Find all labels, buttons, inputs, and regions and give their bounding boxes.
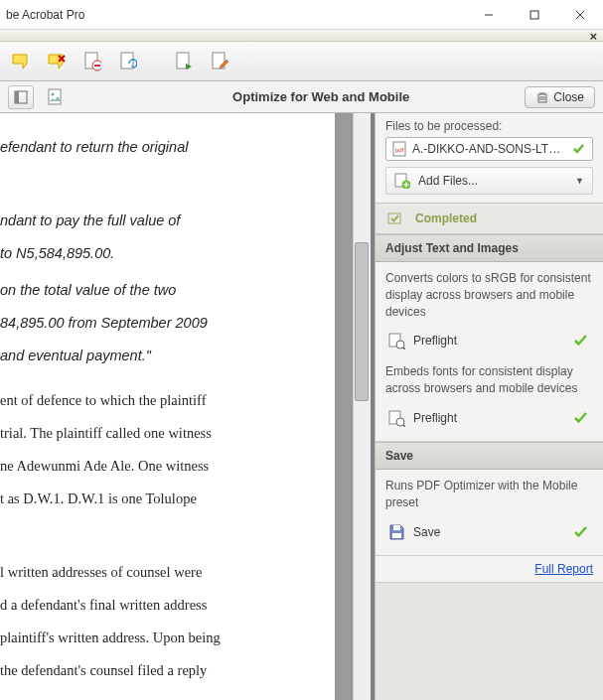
svg-rect-13 xyxy=(15,91,19,103)
save-desc: Runs PDF Optimizer with the Mobile prese… xyxy=(385,478,593,511)
completed-label: Completed xyxy=(415,211,477,225)
panel-footer xyxy=(376,582,603,700)
full-report-row: Full Report xyxy=(376,556,603,582)
preflight-label: Preflight xyxy=(413,334,457,348)
completed-icon xyxy=(387,211,405,225)
doc-line: and eventual payment." xyxy=(0,342,305,370)
close-panel-button[interactable]: Close xyxy=(525,86,595,108)
doc-line: ent of defence to which the plaintiff xyxy=(0,386,305,415)
svg-point-32 xyxy=(396,418,404,426)
doc-line: on the total value of the two xyxy=(0,276,305,305)
adjust-section-header: Adjust Text and Images xyxy=(376,234,603,262)
svg-rect-1 xyxy=(530,11,538,19)
svg-line-30 xyxy=(403,348,405,350)
add-files-icon xyxy=(394,173,410,189)
svg-rect-27 xyxy=(388,213,400,223)
workspace: efendant to return the original ndant to… xyxy=(0,113,603,700)
doc-line: ndant to pay the full value of xyxy=(0,207,305,235)
sticky-note-icon[interactable] xyxy=(8,49,34,74)
preflight-label: Preflight xyxy=(413,411,457,425)
maximize-button[interactable] xyxy=(512,0,557,30)
minimize-button[interactable] xyxy=(466,0,512,30)
doc-line: d a defendant's final written address xyxy=(0,591,305,620)
doc-line: trial. The plaintiff called one witness xyxy=(0,419,305,448)
doc-line: 84,895.00 from September 2009 xyxy=(0,309,305,338)
add-files-label: Add Files... xyxy=(418,174,478,188)
doc-line: the defendant's counsel filed a reply xyxy=(0,656,305,685)
doc-line: to N5,584,895.00. xyxy=(0,239,305,268)
preflight-icon xyxy=(387,332,405,350)
window-controls xyxy=(466,0,603,30)
action-subbar: Optimize for Web and Mobile Close xyxy=(0,81,603,113)
full-report-link[interactable]: Full Report xyxy=(534,562,593,576)
svg-rect-14 xyxy=(49,89,61,104)
pdf-file-icon: pdf xyxy=(392,141,406,157)
check-icon xyxy=(573,334,589,348)
svg-point-29 xyxy=(396,341,404,349)
panel-toggle-button[interactable] xyxy=(8,85,34,109)
page-refresh-icon[interactable] xyxy=(115,49,141,74)
check-icon xyxy=(573,411,589,425)
subbar-left xyxy=(8,85,68,109)
save-section-header: Save xyxy=(376,442,603,470)
comment-toolbar xyxy=(0,42,603,81)
adjust-desc-2: Embeds fonts for consistent display acro… xyxy=(385,363,593,397)
save-label: Save xyxy=(413,525,440,539)
close-label: Close xyxy=(553,90,584,104)
ribbon-close-icon[interactable]: × xyxy=(589,29,597,44)
panel-title: Optimize for Web and Mobile xyxy=(232,89,409,104)
page-next-icon[interactable] xyxy=(171,49,197,74)
check-icon xyxy=(572,143,586,155)
preflight-icon xyxy=(387,409,405,427)
check-icon xyxy=(573,525,589,539)
status-completed: Completed xyxy=(376,203,603,234)
svg-point-15 xyxy=(52,92,55,95)
doc-line: plaintiff's written address. Upon being xyxy=(0,624,305,652)
dropdown-icon: ▼ xyxy=(575,176,584,186)
window-titlebar: be Acrobat Pro xyxy=(0,0,603,30)
scrollbar-track[interactable] xyxy=(353,113,371,700)
preflight-row-2[interactable]: Preflight xyxy=(385,405,593,431)
svg-line-33 xyxy=(403,425,405,427)
document-page: efendant to return the original ndant to… xyxy=(0,113,335,700)
doc-line: l written addresses of counsel were xyxy=(0,558,305,587)
page-thumbnail-icon[interactable] xyxy=(42,85,68,109)
action-side-panel: Files to be processed: pdf A.-DIKKO-AND-… xyxy=(375,113,603,700)
page-edit-icon[interactable] xyxy=(207,49,232,74)
scrollbar-thumb[interactable] xyxy=(355,242,369,401)
svg-rect-34 xyxy=(393,525,400,530)
floppy-save-icon xyxy=(387,523,405,541)
document-area: efendant to return the original ndant to… xyxy=(0,113,375,700)
save-action-row[interactable]: Save xyxy=(385,519,593,545)
preflight-row-1[interactable]: Preflight xyxy=(385,328,593,353)
file-name: A.-DIKKO-AND-SONS-LTD... xyxy=(412,142,566,156)
svg-rect-35 xyxy=(392,533,401,538)
close-window-button[interactable] xyxy=(557,0,603,30)
sticky-note-delete-icon[interactable] xyxy=(44,49,70,74)
doc-line: ne Adewunmi Ade Ale. One witness xyxy=(0,452,305,481)
svg-text:pdf: pdf xyxy=(395,147,404,153)
page-delete-icon[interactable] xyxy=(79,49,105,74)
doc-line: t as D.W.1. D.W.1 is one Tolulope xyxy=(0,485,305,513)
file-entry[interactable]: pdf A.-DIKKO-AND-SONS-LTD... xyxy=(385,137,593,161)
files-to-process-label: Files to be processed: xyxy=(376,113,603,137)
doc-line: efendant to return the original xyxy=(0,133,305,162)
close-icon xyxy=(535,91,547,103)
window-title: be Acrobat Pro xyxy=(0,8,84,22)
adjust-section: Converts colors to sRGB for consistent d… xyxy=(376,262,603,442)
save-section: Runs PDF Optimizer with the Mobile prese… xyxy=(376,470,603,556)
ribbon-strip: × xyxy=(0,30,603,42)
adjust-desc-1: Converts colors to sRGB for consistent d… xyxy=(385,270,593,320)
add-files-button[interactable]: Add Files... ▼ xyxy=(385,167,593,195)
